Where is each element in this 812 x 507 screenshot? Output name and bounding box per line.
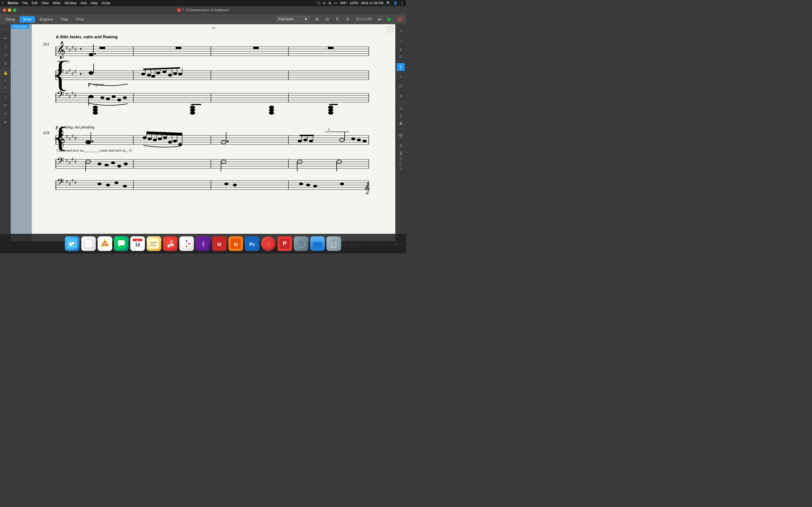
svg-line-49 [143, 68, 180, 69]
add-button[interactable]: + [388, 26, 393, 32]
svg-point-74 [89, 95, 94, 98]
right-measure[interactable]: ⊓ [397, 82, 405, 90]
right-flat[interactable]: ♭ [397, 36, 405, 44]
left-icon-selector[interactable]: ✦ [2, 119, 9, 126]
svg-point-198 [233, 184, 237, 186]
dynamics-1: p [88, 82, 91, 87]
svg-rect-263 [335, 242, 335, 246]
power-button[interactable]: ⏻ [396, 15, 404, 23]
left-icon-square[interactable]: □ [2, 77, 9, 83]
dock-system-prefs[interactable] [294, 236, 308, 251]
search-icon[interactable]: 🔍 [386, 1, 391, 5]
score-page[interactable]: 22 + 211 A little faster, calm and flowi… [32, 24, 395, 247]
left-icon-updown[interactable]: ↕ [2, 94, 9, 100]
mode-print[interactable]: Print [73, 16, 87, 22]
right-circle[interactable]: ◉ [397, 119, 405, 127]
svg-text:𝄢: 𝄢 [57, 156, 64, 168]
svg-point-196 [123, 185, 127, 187]
mixer-icon[interactable]: 🎚 [334, 15, 342, 23]
menu-script[interactable]: Script [101, 1, 110, 5]
score-name: Full score [278, 17, 293, 21]
prev-icon[interactable]: ⏮ [375, 15, 384, 23]
minimize-button[interactable] [8, 8, 11, 12]
left-icon-scissors[interactable]: ✂ [2, 35, 9, 42]
svg-point-115 [92, 140, 93, 142]
svg-point-120 [163, 136, 167, 139]
dock-music[interactable] [163, 236, 177, 251]
svg-point-175 [117, 165, 121, 168]
dock-app1[interactable]: ♪ [261, 236, 276, 251]
svg-text:Ai: Ai [234, 242, 238, 247]
dock-chrome[interactable] [98, 236, 112, 251]
left-icon-rest[interactable]: 𝄽 [2, 52, 9, 59]
eq-icon[interactable]: ⚙ [344, 15, 352, 23]
right-film[interactable]: 🎬 [397, 132, 405, 140]
dock-indesign[interactable]: Id [212, 236, 227, 251]
menu-hub[interactable]: Hub [80, 1, 87, 5]
svg-text:♯: ♯ [74, 180, 77, 186]
svg-point-116 [143, 136, 147, 139]
maximize-button[interactable] [13, 8, 16, 12]
left-icon-x[interactable]: × [2, 60, 9, 67]
dock-photoshop[interactable]: Ps [245, 236, 259, 251]
svg-text:♯: ♯ [66, 45, 68, 51]
dock-finder[interactable] [65, 236, 80, 251]
right-lines[interactable]: ≡ [397, 92, 405, 100]
right-dbl-flat[interactable]: 𝄫 [397, 46, 405, 54]
dock-finale[interactable]: 𝄞 [196, 236, 210, 251]
score-selector[interactable]: Full score ▼ [276, 16, 310, 22]
svg-text:P: P [283, 240, 287, 246]
menu-edit[interactable]: Edit [32, 1, 38, 5]
menu-write[interactable]: Write [53, 1, 61, 5]
mode-setup[interactable]: Setup [2, 16, 18, 22]
dock-pianobook[interactable]: P [277, 236, 292, 251]
left-icon-up[interactable]: ↑ [2, 26, 9, 33]
svg-text:♯: ♯ [71, 91, 74, 96]
mode-engrave[interactable]: Engrave [36, 16, 56, 22]
right-text-a[interactable]: A [397, 142, 405, 149]
dock-notes[interactable] [147, 236, 161, 251]
mode-play[interactable]: Play [58, 16, 71, 22]
menu-file[interactable]: File [22, 1, 28, 5]
close-button[interactable] [3, 8, 6, 12]
svg-line-240 [186, 245, 188, 247]
right-trill[interactable]: tr [397, 73, 405, 80]
collapse-panel-arrow[interactable]: › [18, 124, 20, 129]
play-button[interactable]: ▶ [386, 15, 394, 23]
dock-photos[interactable] [179, 236, 194, 251]
svg-point-208 [70, 243, 72, 245]
app-icon: D [177, 8, 181, 12]
panels-icon[interactable]: ⊟ [323, 15, 331, 23]
svg-point-173 [105, 164, 109, 166]
mode-write[interactable]: Write [20, 16, 35, 22]
dock-calendar[interactable]: 18JUL [130, 236, 145, 251]
menu-help[interactable]: Help [91, 1, 98, 5]
tempo-1: A little faster, calm and flowing [56, 34, 118, 39]
dock-safari[interactable] [81, 236, 96, 251]
left-icon-note[interactable]: ♩ [2, 43, 9, 50]
wifi-icon: WiFi [340, 1, 347, 5]
svg-text:Id: Id [217, 242, 221, 247]
right-c7: C7 [399, 162, 402, 166]
dock-trash[interactable] [326, 236, 341, 251]
right-rotate[interactable]: ↺ [397, 105, 405, 112]
left-icon-arrow[interactable]: ↗ [2, 110, 9, 117]
left-icon-cut[interactable]: ✂ [2, 102, 9, 109]
svg-rect-231 [170, 241, 173, 242]
apps-icon[interactable]: ⋮ [400, 1, 404, 5]
dock-illustrator[interactable]: Ai [229, 236, 243, 251]
battery-status: 100% [350, 1, 358, 5]
apple-menu[interactable]:  [2, 1, 4, 5]
dock-messages[interactable] [114, 236, 129, 251]
dock-folder[interactable] [310, 236, 325, 251]
score-blue-bar [11, 24, 32, 247]
right-treble[interactable]: 𝄞 [397, 63, 405, 71]
right-sharp[interactable]: ♯ [397, 26, 405, 34]
menu-view[interactable]: View [42, 1, 49, 5]
menu-window[interactable]: Window [64, 1, 77, 5]
svg-point-201 [313, 185, 317, 187]
left-icon-lines[interactable]: ≡ [2, 84, 9, 91]
menu-dorico[interactable]: Dorico [8, 1, 18, 5]
left-icon-lock[interactable]: 🔒 [2, 69, 9, 76]
layout-icon[interactable]: ⊞ [313, 15, 321, 23]
